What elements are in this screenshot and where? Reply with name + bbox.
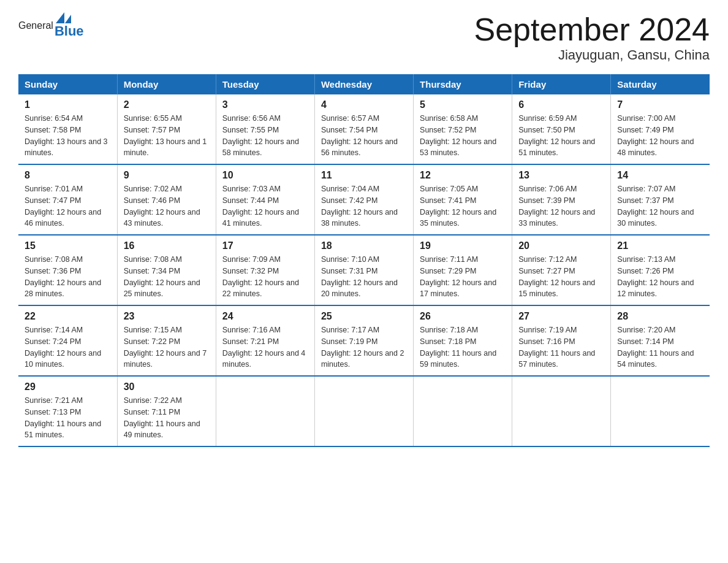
day-number: 26	[420, 311, 506, 322]
day-number: 24	[222, 311, 308, 322]
day-cell: 5 Sunrise: 6:58 AMSunset: 7:52 PMDayligh…	[414, 94, 512, 164]
day-cell: 22 Sunrise: 7:14 AMSunset: 7:24 PMDaylig…	[18, 305, 117, 376]
day-number: 25	[321, 311, 407, 322]
logo: General Blue	[18, 12, 84, 39]
day-info: Sunrise: 7:03 AMSunset: 7:44 PMDaylight:…	[222, 185, 299, 228]
day-number: 21	[617, 240, 703, 251]
day-info: Sunrise: 7:11 AMSunset: 7:29 PMDaylight:…	[420, 255, 496, 298]
calendar-table: Sunday Monday Tuesday Wednesday Thursday…	[18, 74, 710, 447]
day-info: Sunrise: 7:22 AMSunset: 7:11 PMDaylight:…	[124, 396, 200, 439]
day-cell: 26 Sunrise: 7:18 AMSunset: 7:18 PMDaylig…	[414, 305, 512, 376]
calendar-subtitle: Jiayuguan, Gansu, China	[474, 47, 710, 63]
day-info: Sunrise: 6:56 AMSunset: 7:55 PMDaylight:…	[222, 114, 299, 157]
day-number: 8	[25, 170, 111, 181]
day-cell: 21 Sunrise: 7:13 AMSunset: 7:26 PMDaylig…	[611, 235, 710, 305]
day-cell: 16 Sunrise: 7:08 AMSunset: 7:34 PMDaylig…	[117, 235, 216, 305]
day-cell: 18 Sunrise: 7:10 AMSunset: 7:31 PMDaylig…	[314, 235, 413, 305]
day-info: Sunrise: 7:10 AMSunset: 7:31 PMDaylight:…	[321, 255, 398, 298]
logo-blue-text: Blue	[55, 23, 84, 39]
day-info: Sunrise: 6:54 AMSunset: 7:58 PMDaylight:…	[25, 114, 108, 157]
day-cell: 12 Sunrise: 7:05 AMSunset: 7:41 PMDaylig…	[414, 164, 512, 235]
title-area: September 2024 Jiayuguan, Gansu, China	[474, 12, 710, 63]
day-info: Sunrise: 7:01 AMSunset: 7:47 PMDaylight:…	[25, 185, 101, 228]
day-info: Sunrise: 7:19 AMSunset: 7:16 PMDaylight:…	[518, 326, 595, 369]
day-cell: 20 Sunrise: 7:12 AMSunset: 7:27 PMDaylig…	[512, 235, 611, 305]
day-cell: 2 Sunrise: 6:55 AMSunset: 7:57 PMDayligh…	[117, 94, 216, 164]
day-number: 3	[222, 99, 308, 110]
week-row-5: 29 Sunrise: 7:21 AMSunset: 7:13 PMDaylig…	[18, 376, 710, 446]
day-cell: 24 Sunrise: 7:16 AMSunset: 7:21 PMDaylig…	[216, 305, 314, 376]
day-info: Sunrise: 7:07 AMSunset: 7:37 PMDaylight:…	[617, 185, 694, 228]
header-row: Sunday Monday Tuesday Wednesday Thursday…	[18, 74, 710, 94]
day-info: Sunrise: 7:06 AMSunset: 7:39 PMDaylight:…	[518, 185, 595, 228]
col-saturday: Saturday	[611, 74, 710, 94]
day-cell: 7 Sunrise: 7:00 AMSunset: 7:49 PMDayligh…	[611, 94, 710, 164]
col-sunday: Sunday	[18, 74, 117, 94]
day-cell: 11 Sunrise: 7:04 AMSunset: 7:42 PMDaylig…	[314, 164, 413, 235]
col-thursday: Thursday	[414, 74, 512, 94]
day-cell: 29 Sunrise: 7:21 AMSunset: 7:13 PMDaylig…	[18, 376, 117, 446]
day-cell: 1 Sunrise: 6:54 AMSunset: 7:58 PMDayligh…	[18, 94, 117, 164]
day-cell: 9 Sunrise: 7:02 AMSunset: 7:46 PMDayligh…	[117, 164, 216, 235]
day-number: 19	[420, 240, 506, 251]
day-cell: 30 Sunrise: 7:22 AMSunset: 7:11 PMDaylig…	[117, 376, 216, 446]
day-info: Sunrise: 7:17 AMSunset: 7:19 PMDaylight:…	[321, 326, 404, 369]
week-row-2: 8 Sunrise: 7:01 AMSunset: 7:47 PMDayligh…	[18, 164, 710, 235]
day-cell: 3 Sunrise: 6:56 AMSunset: 7:55 PMDayligh…	[216, 94, 314, 164]
day-info: Sunrise: 7:21 AMSunset: 7:13 PMDaylight:…	[25, 396, 101, 439]
col-tuesday: Tuesday	[216, 74, 314, 94]
day-cell: 19 Sunrise: 7:11 AMSunset: 7:29 PMDaylig…	[414, 235, 512, 305]
day-number: 4	[321, 99, 407, 110]
day-number: 9	[124, 170, 210, 181]
col-wednesday: Wednesday	[314, 74, 413, 94]
col-monday: Monday	[117, 74, 216, 94]
day-cell	[216, 376, 314, 446]
day-cell	[414, 376, 512, 446]
day-cell: 28 Sunrise: 7:20 AMSunset: 7:14 PMDaylig…	[611, 305, 710, 376]
day-cell: 13 Sunrise: 7:06 AMSunset: 7:39 PMDaylig…	[512, 164, 611, 235]
day-number: 7	[617, 99, 703, 110]
day-number: 16	[124, 240, 210, 251]
day-info: Sunrise: 7:16 AMSunset: 7:21 PMDaylight:…	[222, 326, 306, 369]
day-number: 10	[222, 170, 308, 181]
day-number: 29	[25, 381, 111, 393]
day-number: 15	[25, 240, 111, 251]
day-number: 12	[420, 170, 506, 181]
day-info: Sunrise: 7:20 AMSunset: 7:14 PMDaylight:…	[617, 326, 694, 369]
day-cell: 14 Sunrise: 7:07 AMSunset: 7:37 PMDaylig…	[611, 164, 710, 235]
day-info: Sunrise: 6:59 AMSunset: 7:50 PMDaylight:…	[518, 114, 595, 157]
header: General Blue September 2024 Jiayuguan, G…	[18, 12, 710, 63]
day-info: Sunrise: 7:14 AMSunset: 7:24 PMDaylight:…	[25, 326, 101, 369]
day-number: 28	[617, 311, 703, 322]
day-number: 20	[518, 240, 604, 251]
day-cell: 27 Sunrise: 7:19 AMSunset: 7:16 PMDaylig…	[512, 305, 611, 376]
day-number: 13	[518, 170, 604, 181]
day-number: 1	[25, 99, 111, 110]
day-cell: 10 Sunrise: 7:03 AMSunset: 7:44 PMDaylig…	[216, 164, 314, 235]
day-number: 18	[321, 240, 407, 251]
day-number: 23	[124, 311, 210, 322]
day-cell	[314, 376, 413, 446]
day-number: 11	[321, 170, 407, 181]
day-info: Sunrise: 7:18 AMSunset: 7:18 PMDaylight:…	[420, 326, 496, 369]
week-row-3: 15 Sunrise: 7:08 AMSunset: 7:36 PMDaylig…	[18, 235, 710, 305]
day-info: Sunrise: 7:15 AMSunset: 7:22 PMDaylight:…	[124, 326, 207, 369]
day-cell	[611, 376, 710, 446]
col-friday: Friday	[512, 74, 611, 94]
day-info: Sunrise: 7:13 AMSunset: 7:26 PMDaylight:…	[617, 255, 694, 298]
day-cell: 15 Sunrise: 7:08 AMSunset: 7:36 PMDaylig…	[18, 235, 117, 305]
logo-general-text: General	[18, 20, 53, 31]
day-cell: 17 Sunrise: 7:09 AMSunset: 7:32 PMDaylig…	[216, 235, 314, 305]
day-info: Sunrise: 7:09 AMSunset: 7:32 PMDaylight:…	[222, 255, 299, 298]
day-number: 22	[25, 311, 111, 322]
day-cell: 23 Sunrise: 7:15 AMSunset: 7:22 PMDaylig…	[117, 305, 216, 376]
week-row-4: 22 Sunrise: 7:14 AMSunset: 7:24 PMDaylig…	[18, 305, 710, 376]
logo-blue-part: Blue	[55, 12, 84, 39]
day-number: 17	[222, 240, 308, 251]
calendar-title: September 2024	[474, 12, 710, 47]
day-info: Sunrise: 7:05 AMSunset: 7:41 PMDaylight:…	[420, 185, 496, 228]
day-cell	[512, 376, 611, 446]
day-number: 14	[617, 170, 703, 181]
day-number: 6	[518, 99, 604, 110]
day-info: Sunrise: 7:02 AMSunset: 7:46 PMDaylight:…	[124, 185, 200, 228]
